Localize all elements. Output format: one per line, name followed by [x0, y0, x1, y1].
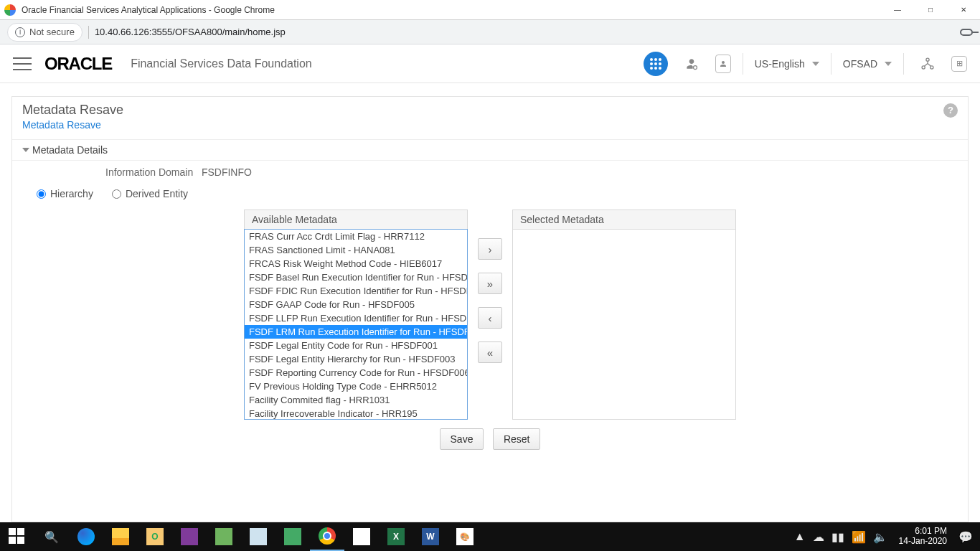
- svg-point-2: [659, 58, 661, 61]
- page-body: Metadata Resave ? Metadata Resave Metada…: [0, 83, 980, 522]
- page-title: Metadata Resave: [22, 103, 943, 118]
- info-icon: i: [15, 27, 25, 37]
- apps-grid-icon[interactable]: [644, 52, 668, 76]
- svg-point-7: [654, 67, 657, 70]
- system-tray[interactable]: ▲ ☁ ▮▮ 📶 🔈 6:01 PM 14-Jan-2020 💬: [794, 527, 980, 547]
- svg-point-4: [654, 62, 657, 65]
- svg-point-10: [926, 58, 929, 61]
- security-label: Not secure: [29, 27, 75, 37]
- reset-button[interactable]: Reset: [493, 428, 541, 450]
- radio-hierarchy-input[interactable]: [37, 189, 46, 199]
- taskbar-search-icon[interactable]: 🔍: [34, 522, 69, 551]
- taskbar-mspaint-icon[interactable]: 🎨: [448, 522, 482, 551]
- radio-derived-label: Derived Entity: [126, 188, 188, 199]
- list-item[interactable]: FSDF FDIC Run Execution Identifier for R…: [245, 284, 467, 298]
- credentials-key-icon[interactable]: [960, 29, 973, 36]
- taskbar-clock[interactable]: 6:01 PM 14-Jan-2020: [895, 527, 951, 547]
- list-item[interactable]: FSDF Legal Entity Hierarchy for Run - HF…: [245, 352, 467, 366]
- radio-hierarchy-label: Hierarchy: [50, 188, 93, 199]
- window-close-button[interactable]: ✕: [947, 0, 980, 20]
- taskbar-edge-icon[interactable]: [69, 522, 103, 551]
- taskbar-notepad-icon[interactable]: [241, 522, 275, 551]
- radio-derived-entity[interactable]: Derived Entity: [112, 188, 188, 199]
- taskbar-explorer-icon[interactable]: [103, 522, 138, 551]
- product-title: Financial Services Data Foundation: [131, 57, 312, 70]
- tray-battery-icon[interactable]: ▮▮: [831, 530, 844, 544]
- clock-time: 6:01 PM: [899, 527, 947, 537]
- list-item[interactable]: Facility Irrecoverable Indicator - HRR19…: [245, 407, 467, 420]
- taskbar-word-icon[interactable]: W: [413, 522, 448, 551]
- admin-user-icon[interactable]: [679, 52, 704, 76]
- info-domain-row: Information Domain FSDFINFO: [12, 161, 968, 184]
- taskbar-app2-icon[interactable]: [275, 522, 310, 551]
- window-minimize-button[interactable]: ―: [881, 0, 914, 20]
- list-item[interactable]: FSDF Basel Run Execution Identifier for …: [245, 270, 467, 284]
- language-selector[interactable]: US-English: [755, 58, 819, 70]
- radio-derived-input[interactable]: [112, 189, 121, 199]
- url-text[interactable]: 10.40.66.126:3555/OFSAA800/main/home.jsp: [95, 27, 286, 37]
- chevron-down-icon: [22, 148, 29, 152]
- chevron-down-icon: [812, 62, 819, 66]
- taskbar-excel-icon[interactable]: X: [379, 522, 413, 551]
- section-title: Metadata Details: [32, 144, 108, 156]
- selected-header: Selected Metadata: [512, 209, 736, 229]
- svg-point-0: [650, 58, 653, 61]
- radio-hierarchy[interactable]: Hierarchy: [37, 188, 93, 199]
- list-item[interactable]: Facility Commited flag - HRR1031: [245, 393, 467, 407]
- available-header: Available Metadata: [244, 209, 468, 229]
- browser-addressbar: i Not secure 10.40.66.126:3555/OFSAA800/…: [0, 20, 980, 44]
- box-icon[interactable]: ⊞: [951, 56, 967, 72]
- taskbar-paint-icon[interactable]: [344, 522, 379, 551]
- svg-point-9: [693, 65, 697, 69]
- svg-point-5: [659, 62, 661, 65]
- section-toggle[interactable]: Metadata Details: [12, 139, 968, 161]
- tray-volume-icon[interactable]: 🔈: [873, 530, 887, 544]
- list-item[interactable]: FV Previous Holding Type Code - EHRR5012: [245, 380, 467, 393]
- help-icon[interactable]: ?: [943, 103, 958, 118]
- browser-titlebar: Oracle Financial Services Analytical App…: [0, 0, 980, 20]
- nav-menu-button[interactable]: [13, 57, 32, 70]
- move-all-right-button[interactable]: »: [478, 273, 502, 294]
- tray-network-icon[interactable]: 📶: [852, 530, 866, 544]
- clipboard-icon[interactable]: [715, 55, 731, 73]
- move-left-button[interactable]: ‹: [478, 307, 502, 329]
- save-button[interactable]: Save: [440, 428, 484, 450]
- list-item[interactable]: FSDF Reporting Currency Code for Run - H…: [245, 366, 467, 380]
- move-right-button[interactable]: ›: [478, 238, 502, 260]
- list-item[interactable]: FSDF LLFP Run Execution Identifier for R…: [245, 311, 467, 325]
- breadcrumb-link[interactable]: Metadata Resave: [12, 118, 111, 139]
- tray-chevron-up-icon[interactable]: ▲: [794, 530, 806, 543]
- oracle-logo: ORACLE: [44, 54, 112, 74]
- security-chip[interactable]: i Not secure: [7, 23, 83, 42]
- context-selector[interactable]: OFSAD: [843, 58, 892, 70]
- available-listbox[interactable]: FRAS Curr Acc Crdt Limit Flag - HRR7112F…: [244, 229, 468, 420]
- list-item[interactable]: FRAS Curr Acc Crdt Limit Flag - HRR7112: [245, 230, 467, 243]
- list-item[interactable]: FSDF LRM Run Execution Identifier for Ru…: [245, 325, 467, 339]
- list-item[interactable]: FRCAS Risk Weight Method Code - HIEB6017: [245, 257, 467, 270]
- context-label: OFSAD: [843, 58, 877, 70]
- start-button[interactable]: [0, 522, 34, 551]
- svg-point-6: [650, 67, 653, 70]
- taskbar-chrome-icon[interactable]: [310, 522, 344, 551]
- app-header: ORACLE Financial Services Data Foundatio…: [0, 44, 980, 83]
- list-item[interactable]: FSDF Legal Entity Code for Run - HFSDF00…: [245, 339, 467, 352]
- selected-listbox[interactable]: [512, 229, 736, 420]
- list-item[interactable]: FRAS Sanctioned Limit - HANA081: [245, 243, 467, 257]
- clock-date: 14-Jan-2020: [899, 537, 947, 547]
- svg-point-8: [659, 67, 661, 70]
- windows-taskbar: 🔍 O X W 🎨 ▲ ☁ ▮▮ 📶 🔈 6:01 PM 14-Jan-2020…: [0, 522, 980, 551]
- tray-onedrive-icon[interactable]: ☁: [813, 530, 824, 544]
- info-domain-label: Information Domain: [105, 166, 199, 178]
- sitemap-icon[interactable]: [915, 52, 940, 76]
- window-maximize-button[interactable]: □: [914, 0, 947, 20]
- taskbar-outlook-icon[interactable]: O: [138, 522, 172, 551]
- info-domain-value: FSDFINFO: [202, 166, 252, 178]
- notifications-icon[interactable]: 💬: [958, 530, 973, 544]
- chevron-down-icon: [885, 62, 892, 66]
- move-all-left-button[interactable]: «: [478, 342, 502, 363]
- list-item[interactable]: FSDF GAAP Code for Run - HFSDF005: [245, 298, 467, 311]
- svg-point-3: [650, 62, 653, 65]
- taskbar-onenote-icon[interactable]: [172, 522, 207, 551]
- taskbar-app1-icon[interactable]: [207, 522, 241, 551]
- language-label: US-English: [755, 58, 805, 70]
